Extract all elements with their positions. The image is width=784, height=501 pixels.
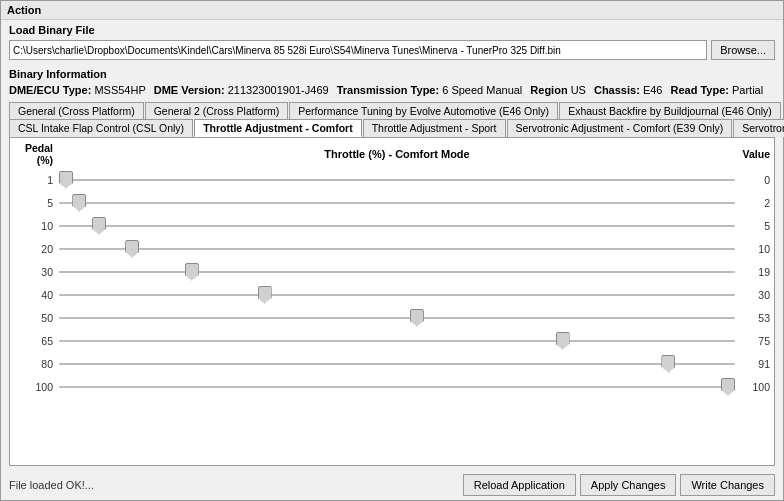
tab-throttle-sport[interactable]: Throttle Adjustment - Sport (363, 119, 506, 137)
slider-row: 105 (14, 214, 770, 237)
value-label: 10 (735, 243, 770, 255)
throttle-slider-10[interactable] (59, 217, 735, 235)
pedal-label: 5 (14, 197, 59, 209)
reload-button[interactable]: Reload Application (463, 474, 576, 496)
slider-row: 4030 (14, 283, 770, 306)
tab-performance[interactable]: Performance Tuning by Evolve Automotive … (289, 102, 558, 119)
slider-row: 6575 (14, 329, 770, 352)
tab-exhaust[interactable]: Exhaust Backfire by Buildjournal (E46 On… (559, 102, 781, 119)
slider-track-container (59, 171, 735, 189)
bottom-row: File loaded OK!... Reload Application Ap… (1, 470, 783, 500)
action-buttons: Reload Application Apply Changes Write C… (463, 474, 775, 496)
throttle-slider-80[interactable] (59, 355, 735, 373)
dme-type-label: DME/ECU Type: (9, 84, 91, 96)
file-path-input[interactable] (9, 40, 707, 60)
dme-type-value: MSS54HP (94, 84, 145, 96)
pedal-label: 1 (14, 174, 59, 186)
pedal-label: 100 (14, 381, 59, 393)
value-header: Value (735, 148, 770, 160)
pedal-label: 20 (14, 243, 59, 255)
throttle-slider-65[interactable] (59, 332, 735, 350)
file-row: Browse... (9, 40, 775, 60)
apply-button[interactable]: Apply Changes (580, 474, 677, 496)
slider-track-container (59, 286, 735, 304)
pedal-label: 10 (14, 220, 59, 232)
value-label: 100 (735, 381, 770, 393)
main-window: Action Load Binary File Browse... Binary… (0, 0, 784, 501)
load-binary-label: Load Binary File (9, 24, 775, 36)
throttle-slider-40[interactable] (59, 286, 735, 304)
read-type-label: Read Type: (670, 84, 728, 96)
tabs-row2: CSL Intake Flap Control (CSL Only) Throt… (9, 119, 775, 137)
region-value: US (571, 84, 586, 96)
throttle-slider-1[interactable] (59, 171, 735, 189)
chassis-value: E46 (643, 84, 663, 96)
value-label: 19 (735, 266, 770, 278)
pedal-label: 65 (14, 335, 59, 347)
transmission-value: 6 Speed Manual (442, 84, 522, 96)
slider-row: 2010 (14, 237, 770, 260)
tab-content: Pedal (%) Throttle (%) - Comfort Mode Va… (9, 137, 775, 466)
slider-row: 52 (14, 191, 770, 214)
pedal-label: 80 (14, 358, 59, 370)
column-headers: Pedal (%) Throttle (%) - Comfort Mode Va… (14, 142, 770, 166)
slider-track-container (59, 263, 735, 281)
chassis-label: Chassis: (594, 84, 640, 96)
title-bar: Action (1, 1, 783, 20)
tab-general1[interactable]: General (Cross Platform) (9, 102, 144, 119)
slider-row: 8091 (14, 352, 770, 375)
status-text: File loaded OK!... (9, 479, 94, 491)
value-label: 91 (735, 358, 770, 370)
throttle-slider-100[interactable] (59, 378, 735, 396)
slider-track-container (59, 332, 735, 350)
tab-csl[interactable]: CSL Intake Flap Control (CSL Only) (9, 119, 193, 137)
slider-row: 5053 (14, 306, 770, 329)
dme-version-value: 211323001901-J469 (228, 84, 329, 96)
dme-version-label: DME Version: (154, 84, 225, 96)
tab-general2[interactable]: General 2 (Cross Platform) (145, 102, 288, 119)
tab-servo-sport[interactable]: Servotronic Adjustment - Sport (E39 Only… (733, 119, 784, 137)
throttle-slider-50[interactable] (59, 309, 735, 327)
slider-track-container (59, 194, 735, 212)
pedal-label: 40 (14, 289, 59, 301)
slider-row: 3019 (14, 260, 770, 283)
tab-servo-comfort[interactable]: Servotronic Adjustment - Comfort (E39 On… (507, 119, 733, 137)
binary-info-row: DME/ECU Type: MSS54HP DME Version: 21132… (9, 84, 775, 96)
pedal-label: 30 (14, 266, 59, 278)
transmission-label: Transmission Type: (337, 84, 440, 96)
value-label: 2 (735, 197, 770, 209)
tabs-row1: General (Cross Platform) General 2 (Cros… (9, 102, 775, 119)
throttle-slider-30[interactable] (59, 263, 735, 281)
slider-track-container (59, 309, 735, 327)
slider-track-container (59, 378, 735, 396)
slider-track-container (59, 240, 735, 258)
value-label: 0 (735, 174, 770, 186)
value-label: 75 (735, 335, 770, 347)
value-label: 53 (735, 312, 770, 324)
browse-button[interactable]: Browse... (711, 40, 775, 60)
sliders-container: 1052105201030194030505365758091100100 (14, 168, 770, 398)
value-label: 30 (735, 289, 770, 301)
value-label: 5 (735, 220, 770, 232)
slider-track-container (59, 355, 735, 373)
write-button[interactable]: Write Changes (680, 474, 775, 496)
pedal-label: 50 (14, 312, 59, 324)
read-type-value: Partial (732, 84, 763, 96)
slider-row: 100100 (14, 375, 770, 398)
throttle-title: Throttle (%) - Comfort Mode (59, 148, 735, 160)
binary-info-label: Binary Information (9, 68, 775, 80)
pedal-header: Pedal (%) (14, 142, 59, 166)
region-label: Region (530, 84, 567, 96)
slider-row: 10 (14, 168, 770, 191)
window-title: Action (7, 4, 41, 16)
slider-track-container (59, 217, 735, 235)
throttle-slider-5[interactable] (59, 194, 735, 212)
throttle-slider-20[interactable] (59, 240, 735, 258)
tab-throttle-comfort[interactable]: Throttle Adjustment - Comfort (194, 119, 362, 137)
